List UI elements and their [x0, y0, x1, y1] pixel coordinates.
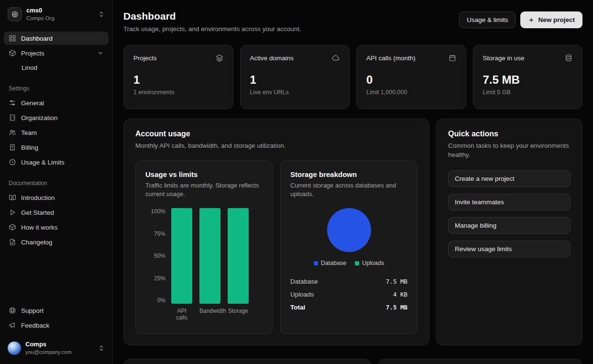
- sidebar-item-billing[interactable]: Billing: [4, 141, 109, 154]
- bar-chart-y-axis: 100%75%50%25%0%: [145, 208, 171, 304]
- clock-icon: [9, 158, 16, 166]
- stat-label: Active domains: [250, 55, 294, 62]
- documentation-section-label: Documentation: [4, 170, 109, 189]
- y-tick: 0%: [157, 297, 165, 304]
- stat-card-active-domains: Active domains 1 Live env URLs: [240, 45, 350, 109]
- megaphone-icon: [9, 321, 16, 329]
- sidebar-item-support[interactable]: Support: [4, 304, 109, 317]
- sidebar-item-get-started[interactable]: Get Started: [4, 206, 109, 219]
- chevron-down-icon: [97, 50, 104, 56]
- account-usage-title: Account usage: [135, 130, 417, 138]
- stat-sub: 1 environments: [133, 89, 223, 96]
- stat-sub: Live env URLs: [250, 89, 340, 96]
- sidebar-item-changelog[interactable]: Changelog: [4, 235, 109, 249]
- sidebar-item-usage-limits[interactable]: Usage & Limits: [4, 155, 109, 169]
- database-icon: [565, 54, 572, 62]
- workspace-text: cms0 Comps Org: [26, 7, 94, 22]
- bottom-row: [123, 359, 582, 364]
- sidebar-item-label: Linod: [22, 64, 37, 71]
- pie-legend: Database Uploads: [290, 260, 407, 266]
- sidebar-item-projects[interactable]: Projects: [4, 46, 109, 60]
- sidebar-item-label: Billing: [21, 144, 38, 151]
- sidebar-item-linod[interactable]: Linod: [4, 61, 109, 74]
- sidebar-item-how-it-works[interactable]: How it works: [4, 221, 109, 234]
- storage-row-database: Database 7.5 MB: [290, 275, 407, 288]
- manage-billing-button[interactable]: Manage billing: [448, 217, 571, 234]
- user-menu[interactable]: Comps you@company.com: [4, 337, 109, 359]
- chevrons-up-down-icon: [98, 345, 105, 352]
- sidebar-item-label: General: [21, 99, 44, 107]
- book-open-icon: [9, 194, 16, 201]
- dashboard-grid-icon: [9, 34, 16, 42]
- sidebar-item-organization[interactable]: Organization: [4, 111, 109, 124]
- receipt-icon: [9, 143, 16, 151]
- page-header-text: Dashboard Track usage, projects, and env…: [123, 11, 301, 33]
- legend-item-uploads: Uploads: [355, 260, 384, 266]
- building-icon: [9, 114, 16, 121]
- avatar: [8, 342, 21, 355]
- storage-table: Database 7.5 MB Uploads 4 KB Total 7.5 M…: [290, 275, 407, 314]
- stat-value: 1: [133, 73, 223, 87]
- layers-icon: [216, 54, 223, 62]
- sidebar-item-label: Organization: [21, 114, 58, 121]
- invite-teammates-button[interactable]: Invite teammates: [448, 194, 571, 210]
- y-tick: 25%: [154, 275, 165, 282]
- storage-breakdown-title: Storage breakdown: [290, 170, 407, 178]
- stat-card-api-calls: API calls (month) 0 Limit 1,000,000: [356, 45, 466, 109]
- file-text-icon: [9, 238, 16, 246]
- sidebar-item-general[interactable]: General: [4, 96, 109, 110]
- sidebar-item-feedback[interactable]: Feedback: [4, 319, 109, 332]
- stat-sub: Limit 1,000,000: [366, 89, 456, 96]
- stats-row: Projects 1 1 environments Active domains…: [123, 45, 582, 109]
- sidebar-nav: Dashboard Projects Linod Settings: [4, 32, 109, 249]
- sidebar-item-label: Introduction: [21, 194, 55, 201]
- bar-chart-labels: API callsBandwidthStorage: [171, 308, 263, 321]
- usage-vs-limits-subtitle: Traffic limits are monthly. Storage refl…: [145, 181, 263, 199]
- bar-label: Storage: [228, 308, 249, 321]
- storage-breakdown-card: Storage breakdown Current storage across…: [280, 160, 417, 334]
- workspace-switcher[interactable]: cms0 Comps Org: [4, 5, 109, 24]
- users-icon: [9, 129, 16, 136]
- sidebar-item-dashboard[interactable]: Dashboard: [4, 32, 109, 45]
- sidebar-item-label: Feedback: [21, 322, 49, 329]
- bar-label: API calls: [171, 308, 192, 321]
- sidebar-item-label: Usage & Limits: [21, 159, 65, 166]
- new-project-button[interactable]: New project: [520, 11, 582, 28]
- sidebar-item-introduction[interactable]: Introduction: [4, 191, 109, 204]
- usage-limits-button[interactable]: Usage & limits: [459, 11, 516, 28]
- sidebar-footer: Support Feedback Comps you@company.com: [4, 304, 109, 359]
- page-subtitle: Track usage, projects, and environments …: [123, 25, 301, 33]
- user-name: Comps: [25, 341, 94, 348]
- quick-actions-subtitle: Common tasks to keep your environments h…: [448, 142, 571, 160]
- sidebar-item-label: Get Started: [21, 209, 54, 216]
- account-usage-grid: Usage vs limits Traffic limits are month…: [135, 160, 417, 334]
- sidebar-item-team[interactable]: Team: [4, 126, 109, 139]
- header-actions: Usage & limits New project: [459, 11, 582, 28]
- app-window: cms0 Comps Org Dashboard Projects: [0, 0, 593, 364]
- bar-storage: [228, 208, 249, 304]
- lifebuoy-icon: [9, 307, 16, 314]
- quick-actions-panel: Quick actions Common tasks to keep your …: [436, 119, 582, 345]
- stat-label: Projects: [133, 55, 157, 62]
- cube-icon: [9, 223, 16, 231]
- main-content: Dashboard Track usage, projects, and env…: [113, 0, 593, 364]
- account-usage-subtitle: Monthly API calls, bandwidth, and storag…: [135, 142, 417, 151]
- review-usage-limits-button[interactable]: Review usage limits: [448, 241, 571, 257]
- partial-card-left: [123, 359, 371, 364]
- boxes-icon: [9, 49, 16, 57]
- storage-pie-chart: [327, 208, 371, 252]
- partial-card-right: [378, 359, 582, 364]
- user-text: Comps you@company.com: [25, 341, 94, 355]
- create-project-button[interactable]: Create a new project: [448, 170, 571, 187]
- stat-label: Storage in use: [483, 55, 525, 62]
- sidebar: cms0 Comps Org Dashboard Projects: [0, 0, 113, 364]
- stat-value: 1: [250, 73, 340, 87]
- stat-card-storage: Storage in use 7.5 MB Limit 5 GB: [473, 45, 583, 109]
- stat-label: API calls (month): [366, 55, 416, 62]
- sidebar-item-label: Changelog: [21, 239, 52, 246]
- usage-vs-limits-card: Usage vs limits Traffic limits are month…: [135, 160, 273, 334]
- bar-chart-bars: [171, 208, 249, 304]
- stat-value: 0: [366, 73, 456, 87]
- page-title: Dashboard: [123, 11, 301, 22]
- panels-row: Account usage Monthly API calls, bandwid…: [123, 119, 582, 345]
